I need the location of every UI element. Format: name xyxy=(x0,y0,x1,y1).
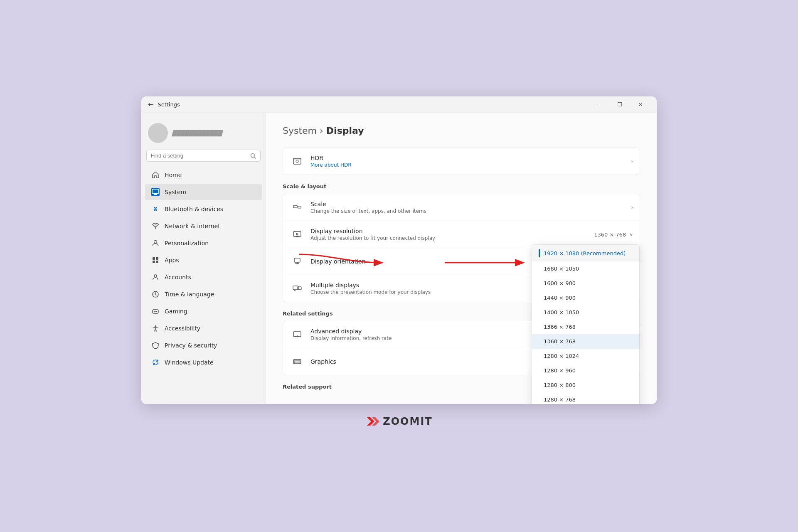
scale-action[interactable]: › xyxy=(631,204,633,210)
hdr-title: HDR xyxy=(310,155,631,161)
resolution-option-2[interactable]: 1600 × 900 xyxy=(532,276,639,291)
sidebar-item-update[interactable]: Windows Update xyxy=(145,354,262,371)
sidebar-item-gaming[interactable]: Gaming xyxy=(145,303,262,320)
display-resolution-row[interactable]: Display resolution Adjust the resolution… xyxy=(283,221,640,248)
content-area: System › Display HDR Mo xyxy=(266,113,657,404)
accessibility-icon xyxy=(151,324,160,332)
scale-row[interactable]: Scale Change the size of text, apps, and… xyxy=(283,194,640,221)
sidebar: ████████████ Home xyxy=(141,113,266,404)
svg-rect-17 xyxy=(293,158,301,164)
sidebar-item-time[interactable]: Time & language xyxy=(145,286,262,303)
svg-point-6 xyxy=(155,227,156,229)
hdr-row[interactable]: HDR More about HDR › xyxy=(283,148,640,175)
network-icon xyxy=(151,222,160,230)
close-button[interactable]: ✕ xyxy=(631,98,650,111)
scale-layout-title: Scale & layout xyxy=(283,183,640,190)
selected-indicator xyxy=(539,249,540,257)
resolution-value: 1360 × 768 xyxy=(594,232,626,238)
breadcrumb-parent: System xyxy=(283,126,317,136)
sidebar-item-apps[interactable]: Apps xyxy=(145,252,262,268)
resolution-option-3[interactable]: 1440 × 900 xyxy=(532,291,639,305)
svg-rect-22 xyxy=(296,236,299,237)
resolution-title: Display resolution xyxy=(310,228,594,234)
svg-point-24 xyxy=(296,233,298,235)
window-title: Settings xyxy=(158,101,180,108)
scale-subtitle: Change the size of text, apps, and other… xyxy=(310,208,631,214)
svg-rect-5 xyxy=(154,193,157,194)
resolution-option-8[interactable]: 1280 × 960 xyxy=(532,363,639,378)
sidebar-item-bluetooth[interactable]: Bluetooth & devices xyxy=(145,201,262,217)
sidebar-item-privacy[interactable]: Privacy & security xyxy=(145,337,262,354)
resolution-option-6[interactable]: 1360 × 768 xyxy=(532,334,639,349)
search-input[interactable] xyxy=(151,153,247,159)
restore-button[interactable]: ❐ xyxy=(610,98,629,111)
resolution-option-5[interactable]: 1366 × 768 xyxy=(532,320,639,334)
svg-rect-10 xyxy=(153,261,155,263)
svg-rect-8 xyxy=(153,257,155,260)
multiple-displays-icon xyxy=(290,281,305,296)
resolution-option-label-6: 1360 × 768 xyxy=(544,338,576,345)
resolution-option-1[interactable]: 1680 × 1050 xyxy=(532,261,639,276)
svg-point-7 xyxy=(154,241,157,244)
sidebar-label-accounts: Accounts xyxy=(165,274,191,281)
system-icon xyxy=(151,188,160,196)
resolution-option-7[interactable]: 1280 × 1024 xyxy=(532,349,639,363)
sidebar-item-system[interactable]: System xyxy=(145,184,262,200)
main-layout: ████████████ Home xyxy=(141,113,657,404)
resolution-option-10[interactable]: 1280 × 768 xyxy=(532,392,639,404)
resolution-text: Display resolution Adjust the resolution… xyxy=(310,228,594,241)
sidebar-label-accessibility: Accessibility xyxy=(165,325,200,332)
home-icon xyxy=(151,171,160,179)
svg-point-18 xyxy=(296,160,298,163)
resolution-icon xyxy=(290,227,305,242)
chevron-right-icon: › xyxy=(631,158,633,164)
settings-window: ← Settings — ❐ ✕ ████████████ xyxy=(141,96,657,404)
sidebar-item-personalization[interactable]: Personalization xyxy=(145,235,262,251)
svg-rect-23 xyxy=(296,236,298,236)
username: ████████████ xyxy=(172,130,222,136)
privacy-icon xyxy=(151,341,160,350)
resolution-option-label-5: 1366 × 768 xyxy=(544,324,576,330)
resolution-option-0[interactable]: 1920 × 1080 (Recommended) xyxy=(532,245,639,261)
chevron-down-icon: ∨ xyxy=(629,232,633,237)
sidebar-label-network: Network & internet xyxy=(165,223,220,229)
resolution-option-4[interactable]: 1400 × 1050 xyxy=(532,305,639,320)
resolution-dropdown[interactable]: 1920 × 1080 (Recommended)1680 × 10501600… xyxy=(532,244,640,404)
resolution-option-9[interactable]: 1280 × 800 xyxy=(532,378,639,392)
breadcrumb-separator: › xyxy=(320,126,326,136)
window-controls: — ❐ ✕ xyxy=(589,98,650,111)
zoomit-logo-icon xyxy=(365,416,380,427)
svg-rect-3 xyxy=(153,190,158,193)
hdr-subtitle[interactable]: More about HDR xyxy=(310,162,631,168)
resolution-action[interactable]: 1360 × 768 ∨ xyxy=(594,232,633,238)
resolution-option-label-7: 1280 × 1024 xyxy=(544,353,579,359)
zoomit-branding: ZOOMIT xyxy=(365,416,432,427)
back-button[interactable]: ← xyxy=(148,101,153,108)
search-box[interactable] xyxy=(146,150,261,162)
hdr-icon xyxy=(290,154,305,169)
resolution-option-label-10: 1280 × 768 xyxy=(544,397,576,403)
scale-icon xyxy=(290,200,305,215)
svg-point-15 xyxy=(156,311,157,312)
personalization-icon xyxy=(151,239,160,247)
resolution-option-label-3: 1440 × 900 xyxy=(544,295,576,301)
resolution-option-label-8: 1280 × 960 xyxy=(544,367,576,374)
sidebar-item-home[interactable]: Home xyxy=(145,167,262,183)
hdr-toggle[interactable]: › xyxy=(631,158,633,164)
sidebar-label-gaming: Gaming xyxy=(165,308,187,315)
sidebar-item-network[interactable]: Network & internet xyxy=(145,218,262,234)
user-profile[interactable]: ████████████ xyxy=(141,120,266,150)
sidebar-label-home: Home xyxy=(165,172,182,178)
sidebar-item-accounts[interactable]: Accounts xyxy=(145,269,262,286)
time-icon xyxy=(151,290,160,298)
accounts-icon xyxy=(151,273,160,281)
sidebar-label-time: Time & language xyxy=(165,291,214,298)
bluetooth-icon xyxy=(151,205,160,213)
apps-icon xyxy=(151,256,160,264)
scale-text: Scale Change the size of text, apps, and… xyxy=(310,201,631,214)
sidebar-item-accessibility[interactable]: Accessibility xyxy=(145,320,262,337)
resolution-option-label-2: 1600 × 900 xyxy=(544,280,576,286)
minimize-button[interactable]: — xyxy=(589,98,608,111)
scale-layout-card: Scale Change the size of text, apps, and… xyxy=(283,194,640,302)
breadcrumb-current: Display xyxy=(326,126,364,136)
